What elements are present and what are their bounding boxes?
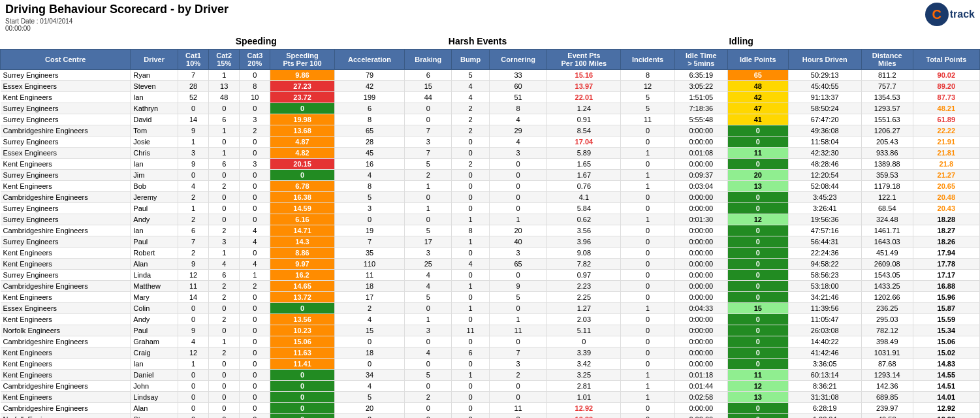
- cell-cat3: 0: [240, 170, 270, 181]
- cell-cornering: 0: [489, 203, 546, 214]
- cell-bump: 0: [452, 192, 490, 203]
- cell-hours: 31:31:08: [788, 392, 861, 403]
- cell-cornering: 11: [489, 325, 546, 336]
- cell-driver: Daniel: [131, 370, 178, 381]
- cell-idle-time: 5:55:48: [674, 114, 727, 125]
- cell-cat2: 1: [209, 125, 240, 137]
- cell-event-pts: 12.92: [547, 403, 621, 414]
- cell-incidents: 0: [621, 325, 674, 336]
- cell-cost-centre: Kent Engineers: [1, 292, 131, 303]
- table-row: Kent Engineers Alan 9 4 4 9.97 110 25 4 …: [1, 259, 980, 270]
- cell-total: 14.83: [913, 359, 979, 370]
- cell-incidents: 0: [621, 336, 674, 347]
- cell-driver: Lindsay: [131, 392, 178, 403]
- cell-accel: 5: [334, 192, 405, 203]
- cell-accel: 17: [334, 292, 405, 303]
- cell-idle-time: 3:05:22: [674, 81, 727, 92]
- cell-total: 21.81: [913, 148, 979, 159]
- section-end: [861, 33, 979, 50]
- cell-cat3: 0: [240, 148, 270, 159]
- cell-cat2: 0: [209, 137, 240, 148]
- cell-hours: 3:45:23: [788, 192, 861, 203]
- cell-incidents: 5: [621, 92, 674, 103]
- cell-braking: 0: [405, 403, 452, 414]
- cell-cat1: 3: [178, 148, 208, 159]
- cell-hours: 11:58:04: [788, 137, 861, 148]
- cell-idle-pts: 12: [727, 381, 788, 392]
- cell-bump: 1: [452, 281, 490, 292]
- cell-idle-pts: 0: [727, 336, 788, 347]
- table-row: Surrey Engineers Ryan 7 1 0 9.86 79 6 5 …: [1, 70, 980, 81]
- cell-cat2: 2: [209, 292, 240, 303]
- cell-driver: Ian: [131, 159, 178, 170]
- cell-braking: 0: [405, 303, 452, 314]
- cell-bump: 4: [452, 81, 490, 92]
- cell-cat3: 0: [240, 336, 270, 347]
- cell-speed-pts: 13.56: [270, 314, 334, 325]
- cell-cost-centre: Cambridgeshire Engineers: [1, 125, 131, 137]
- cell-distance: 1354.53: [861, 92, 913, 103]
- cell-cat1: 4: [178, 336, 208, 347]
- cell-incidents: 0: [621, 248, 674, 259]
- cell-cat1: 9: [178, 325, 208, 336]
- cell-cat1: 7: [178, 70, 208, 81]
- cell-event-pts: 0.62: [547, 214, 621, 225]
- cell-total: 48.21: [913, 103, 979, 114]
- cell-cat1: 4: [178, 181, 208, 192]
- cell-cat2: 0: [209, 214, 240, 225]
- cell-cost-centre: Surrey Engineers: [1, 203, 131, 214]
- table-row: Surrey Engineers Paul 1 0 0 14.59 3 1 0 …: [1, 203, 980, 214]
- cell-cornering: 9: [489, 281, 546, 292]
- cell-hours: 58:56:23: [788, 270, 861, 281]
- cell-bump: 6: [452, 347, 490, 359]
- cell-accel: 79: [334, 70, 405, 81]
- cell-hours: 34:21:46: [788, 292, 861, 303]
- col-cat2: Cat215%: [209, 50, 240, 70]
- cell-distance: 757.7: [861, 81, 913, 92]
- cell-cornering: 0: [489, 336, 546, 347]
- cell-cat1: 0: [178, 170, 208, 181]
- cell-cat1: 1: [178, 203, 208, 214]
- table-row: Cambridgeshire Engineers Ian 6 2 4 14.71…: [1, 225, 980, 236]
- cell-bump: 2: [452, 159, 490, 170]
- cell-distance: 782.12: [861, 325, 913, 336]
- cell-cornering: 0: [489, 181, 546, 192]
- cell-incidents: 0: [621, 125, 674, 137]
- cell-accel: 4: [334, 314, 405, 325]
- cell-cat2: 0: [209, 103, 240, 114]
- cell-cat1: 9: [178, 259, 208, 270]
- cell-incidents: 0: [621, 403, 674, 414]
- cell-cat2: 1: [209, 148, 240, 159]
- cell-speed-pts: 16.2: [270, 270, 334, 281]
- cell-hours: 91:13:37: [788, 92, 861, 103]
- cell-cost-centre: Kent Engineers: [1, 347, 131, 359]
- cell-distance: 68.54: [861, 203, 913, 214]
- cell-cat1: 0: [178, 414, 208, 419]
- cell-event-pts: 9.08: [547, 248, 621, 259]
- cell-idle-pts: 11: [727, 370, 788, 381]
- cell-idle-pts: 0: [727, 292, 788, 303]
- cell-cornering: 1: [489, 214, 546, 225]
- cell-cat1: 28: [178, 81, 208, 92]
- cell-total: 87.73: [913, 92, 979, 103]
- cell-braking: 44: [405, 92, 452, 103]
- cell-total: 14.55: [913, 370, 979, 381]
- cell-speed-pts: 27.23: [270, 81, 334, 92]
- cell-braking: 0: [405, 381, 452, 392]
- cell-idle-time: 0:00:00: [674, 281, 727, 292]
- cell-braking: 3: [405, 137, 452, 148]
- cell-idle-time: 0:00:00: [674, 137, 727, 148]
- cell-cat3: 0: [240, 359, 270, 370]
- cell-cat3: 0: [240, 214, 270, 225]
- cell-idle-time: 0:00:00: [674, 225, 727, 236]
- cell-speed-pts: 15.06: [270, 336, 334, 347]
- cell-idle-time: 0:00:00: [674, 292, 727, 303]
- cell-cat2: 0: [209, 325, 240, 336]
- cell-cornering: 0: [489, 270, 546, 281]
- cell-incidents: 0: [621, 359, 674, 370]
- cell-total: 18.26: [913, 236, 979, 248]
- cell-total: 90.02: [913, 70, 979, 81]
- cell-incidents: 0: [621, 259, 674, 270]
- cell-distance: 239.97: [861, 403, 913, 414]
- cell-idle-time: 0:00:00: [674, 203, 727, 214]
